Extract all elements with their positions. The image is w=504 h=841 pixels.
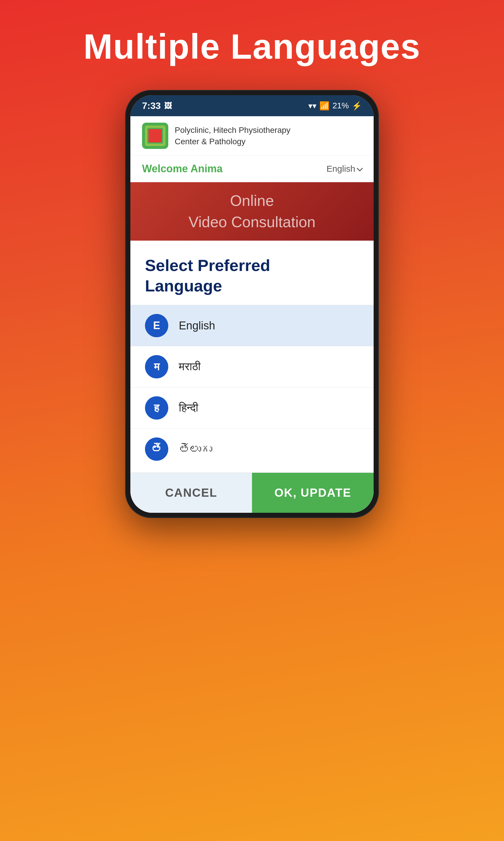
page-title: Multiple Languages xyxy=(84,26,420,67)
modal-header: Select Preferred Language xyxy=(130,241,374,305)
status-time: 7:33 🖼 xyxy=(142,101,172,111)
lang-label-hindi: हिन्दी xyxy=(179,401,198,414)
modal-footer: CANCEL OK, UPDATE xyxy=(130,473,374,513)
banner-text: Online Video Consultation xyxy=(188,190,316,233)
chevron-down-icon xyxy=(357,165,363,171)
language-option-marathi[interactable]: म मराठी xyxy=(130,346,374,387)
lang-label-telugu: తెలుగు xyxy=(179,443,212,456)
signal-icon: 📶 xyxy=(319,101,329,111)
language-option-telugu[interactable]: తె తెలుగు xyxy=(130,428,374,469)
photo-icon: 🖼 xyxy=(164,101,172,110)
app-header: Polyclinic, Hitech Physiotherapy Center … xyxy=(130,116,374,156)
promo-banner: Online Video Consultation xyxy=(130,182,374,241)
wifi-icon: ▾▾ xyxy=(308,101,317,111)
lang-avatar-hindi: ह xyxy=(145,396,168,419)
clinic-name: Polyclinic, Hitech Physiotherapy xyxy=(175,124,290,136)
language-modal: Select Preferred Language E English म xyxy=(130,241,374,513)
battery-percent: 21% xyxy=(332,101,349,110)
lang-avatar-telugu: తె xyxy=(145,437,168,461)
battery-icon: ⚡ xyxy=(352,101,362,111)
phone-screen: 7:33 🖼 ▾▾ 📶 21% ⚡ Polyclinic, Hitech Phy… xyxy=(130,95,374,513)
language-option-hindi[interactable]: ह हिन्दी xyxy=(130,387,374,428)
status-icons: ▾▾ 📶 21% ⚡ xyxy=(308,101,362,111)
lang-label-english: English xyxy=(179,320,215,332)
ok-update-button[interactable]: OK, UPDATE xyxy=(252,473,374,513)
app-logo xyxy=(142,123,168,149)
language-dropdown[interactable]: English xyxy=(327,164,362,174)
language-list: E English म मराठी ह हिन्दी xyxy=(130,305,374,469)
lang-label-marathi: मराठी xyxy=(179,360,201,373)
clinic-sub: Center & Pathology xyxy=(175,136,290,147)
welcome-bar: Welcome Anima English xyxy=(130,156,374,182)
phone-frame: 7:33 🖼 ▾▾ 📶 21% ⚡ Polyclinic, Hitech Phy… xyxy=(125,90,379,518)
cancel-button[interactable]: CANCEL xyxy=(130,473,252,513)
lang-avatar-marathi: म xyxy=(145,355,168,378)
language-option-english[interactable]: E English xyxy=(130,305,374,346)
language-label: English xyxy=(327,164,355,174)
welcome-text: Welcome Anima xyxy=(142,162,222,175)
modal-title: Select Preferred Language xyxy=(145,255,359,296)
status-bar: 7:33 🖼 ▾▾ 📶 21% ⚡ xyxy=(130,95,374,116)
lang-avatar-english: E xyxy=(145,314,168,337)
